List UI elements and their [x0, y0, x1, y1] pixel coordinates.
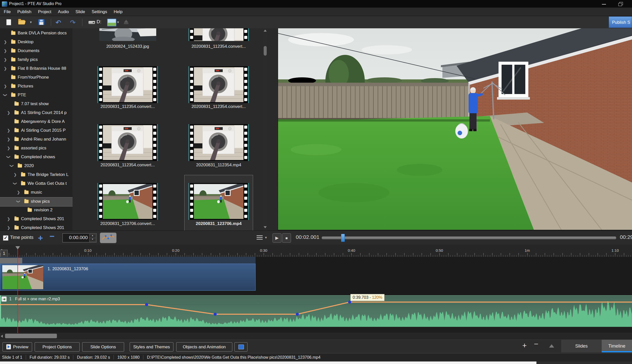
new-project-icon[interactable]: [6, 19, 11, 25]
thumbnail-20200831-112354-convert-[interactable]: [188, 28, 249, 41]
chevron-right-icon[interactable]: ❯: [4, 40, 7, 44]
thumbnail-20200831-112354-convert-[interactable]: [97, 124, 158, 161]
menu-item-file[interactable]: File: [1, 8, 14, 16]
chevron-right-icon[interactable]: ❯: [17, 190, 20, 195]
chevron-right-icon[interactable]: ❯: [7, 146, 10, 150]
chevron-right-icon[interactable]: ❯: [4, 49, 7, 53]
menu-item-slide[interactable]: Slide: [72, 8, 88, 16]
tree-item-7-07-test-show[interactable]: 7.07 test show: [0, 100, 73, 109]
thumbnail-20200824-152433-jpg[interactable]: [99, 28, 156, 41]
tree-item-a1-stirling-court-2014-p[interactable]: ❯A1 Stirling Court 2014 p: [0, 109, 73, 118]
envelope-tool-button[interactable]: [100, 233, 117, 243]
undo-icon[interactable]: ↶: [56, 19, 61, 27]
thumbnail-20200831-123706-convert-[interactable]: [97, 183, 158, 220]
minimize-button[interactable]: [600, 1, 608, 7]
chevron-right-icon[interactable]: ❯: [7, 217, 10, 221]
stop-button[interactable]: ■: [282, 233, 291, 243]
tree-item-completed-shows[interactable]: ❯Completed shows: [0, 153, 73, 162]
menu-item-settings[interactable]: Settings: [88, 8, 110, 16]
chevron-down-icon[interactable]: ❯: [13, 182, 17, 185]
chevron-down-icon[interactable]: ❯: [3, 93, 8, 97]
tree-item-fromyourphone[interactable]: FromYourPhone: [0, 73, 73, 82]
slide-options-button[interactable]: Slide Options: [82, 342, 124, 352]
thumbs-scroll-down-icon[interactable]: [264, 226, 267, 228]
tree-item-show-pics[interactable]: ❯show pics: [0, 197, 73, 207]
thumbnail-20200831-112354-convert-[interactable]: [188, 66, 249, 103]
tree-item-desktop[interactable]: ❯Desktop: [0, 38, 73, 47]
tree-item-pictures[interactable]: ❯Pictures: [0, 82, 73, 91]
tree-item-we-gotta-get-outa-t[interactable]: ❯We Gotta Get Outa t: [0, 179, 73, 188]
tree-item-pte[interactable]: ❯PTE: [0, 91, 73, 100]
playhead-line[interactable]: [17, 249, 18, 333]
video-clip[interactable]: 1. 20200831_123706: [0, 264, 256, 291]
chevron-right-icon[interactable]: ❯: [4, 84, 7, 88]
hscroll-left-icon[interactable]: [1, 335, 3, 338]
seek-bar[interactable]: [322, 236, 616, 239]
tree-item-revision-2[interactable]: revision 2: [0, 206, 73, 215]
tree-item-documents[interactable]: ❯Documents: [0, 47, 73, 56]
envelope-keyframe[interactable]: [214, 313, 217, 316]
spin-down-icon[interactable]: ▼: [89, 238, 96, 242]
menu-item-project[interactable]: Project: [35, 8, 55, 16]
timeline-zoom-in-button[interactable]: +: [522, 341, 527, 350]
tab-timeline[interactable]: Timeline: [602, 340, 632, 352]
seek-handle[interactable]: [341, 234, 345, 242]
chevron-right-icon[interactable]: ❯: [7, 137, 10, 142]
menu-item-help[interactable]: Help: [110, 8, 126, 16]
tree-item-2020[interactable]: ❯2020: [0, 162, 73, 171]
add-time-point-button[interactable]: +: [38, 233, 43, 243]
chevron-down-icon[interactable]: ❯: [6, 155, 11, 159]
hscroll-thumb[interactable]: [5, 334, 57, 338]
chevron-right-icon[interactable]: ❯: [7, 110, 10, 115]
tree-item-bank-dvla-pension-docs[interactable]: Bank DVLA Pension docs: [0, 29, 73, 38]
chevron-right-icon[interactable]: ❯: [4, 57, 7, 62]
preview-button[interactable]: Preview: [3, 342, 32, 352]
restore-button[interactable]: [616, 1, 625, 7]
full-screen-preview-button[interactable]: [234, 342, 247, 352]
transition-handle[interactable]: [0, 258, 22, 263]
tree-item-assorted-pics[interactable]: ❯assorted pics: [0, 144, 73, 153]
slide-header-strip[interactable]: [0, 257, 256, 264]
tree-item-family-pics[interactable]: ❯family pics: [0, 56, 73, 64]
spin-up-icon[interactable]: ▲: [89, 234, 96, 238]
image-selector-icon[interactable]: [107, 19, 116, 26]
chevron-right-icon[interactable]: ❯: [7, 225, 10, 230]
thumbnail-20200831-112354-mp4[interactable]: [188, 124, 249, 161]
timeline-ruler[interactable]: 0 1 0:100:200:300:400:501m1:10: [0, 245, 632, 257]
thumbs-scrollbar-thumb[interactable]: [264, 46, 267, 56]
remove-time-point-button[interactable]: −: [50, 231, 55, 241]
collapse-timeline-icon[interactable]: [549, 344, 554, 348]
chevron-right-icon[interactable]: ❯: [7, 128, 10, 133]
thumbs-scroll-up-icon[interactable]: [264, 30, 267, 32]
tree-item-completed-shows-201[interactable]: ❯Completed Shows 201: [0, 224, 73, 231]
timeline-menu-caret-icon[interactable]: ▼: [264, 236, 267, 239]
timeline-zoom-out-button[interactable]: −: [534, 340, 538, 348]
chevron-right-icon[interactable]: ❯: [4, 66, 7, 71]
open-project-icon[interactable]: [18, 20, 25, 25]
tree-item-ai-stirling-court-2015-p[interactable]: ❯Ai Stirling Court 2015 P: [0, 126, 73, 135]
publish-show-button[interactable]: Publish S: [609, 16, 632, 28]
save-project-icon[interactable]: [38, 19, 44, 25]
project-options-button[interactable]: Project Options: [35, 342, 80, 352]
video-preview[interactable]: [278, 28, 632, 230]
tree-item-the-bridge-tarleton-l[interactable]: ❯The Bridge Tarleton L: [0, 171, 73, 179]
timeline-hscrollbar[interactable]: [0, 333, 632, 339]
tree-item-completed-shows-201[interactable]: ❯Completed Shows 201: [0, 215, 73, 224]
audio-link-icon[interactable]: ➜: [2, 297, 7, 302]
time-points-checkbox[interactable]: [3, 235, 8, 241]
envelope-keyframe[interactable]: [296, 313, 299, 316]
slide-marker[interactable]: 1: [1, 250, 8, 257]
objects-and-animation-button[interactable]: Objects and Animation: [176, 342, 232, 352]
thumbnail-20200831-123706-mp4[interactable]: [188, 183, 249, 220]
tree-item-music[interactable]: ❯music: [0, 188, 73, 197]
image-selector-dropdown-icon[interactable]: ▼: [117, 20, 120, 24]
tree-item-flat-8-britannia-house-88[interactable]: ❯Flat 8 Britannia House 88: [0, 64, 73, 73]
time-point-input[interactable]: 0:00.000 ▲ ▼: [62, 233, 97, 242]
tree-item-andr-rieu-and-johann[interactable]: ❯André Rieu and Johann: [0, 135, 73, 144]
thumbs-scrollbar[interactable]: [263, 28, 267, 231]
chevron-right-icon[interactable]: ❯: [13, 172, 17, 177]
tree-item-abergavenny-dore-a[interactable]: Abergavenny & Dore A: [0, 118, 73, 126]
audio-track[interactable]: ➜ 1 Full st + one man r2.mp3 0:39.703 - …: [0, 295, 632, 327]
timeline-menu-button[interactable]: [257, 235, 263, 241]
styles-and-themes-button[interactable]: Styles and Themes: [130, 342, 173, 352]
